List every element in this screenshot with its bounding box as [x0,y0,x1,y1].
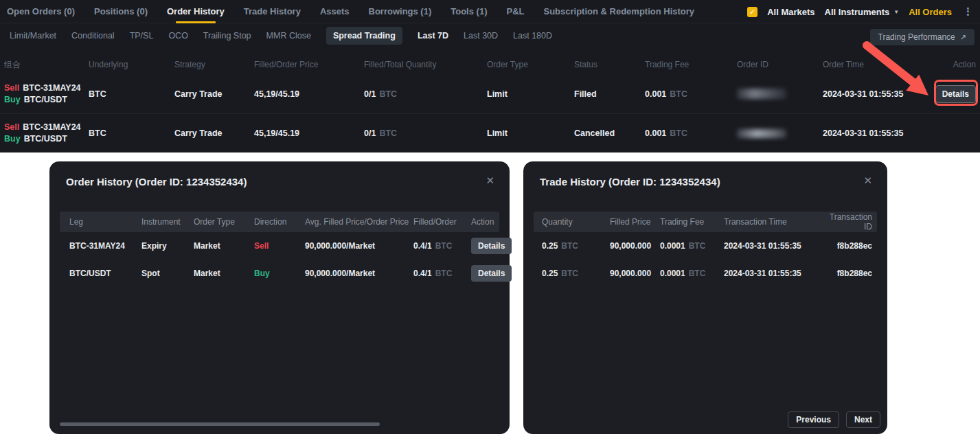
order-row-2: SellBTC-31MAY24 BuyBTC/USDT BTC Carry Tr… [0,113,980,152]
filter-conditional[interactable]: Conditional [71,31,115,41]
filter-last-180d[interactable]: Last 180D [513,31,552,41]
col-leg: Leg [69,217,141,227]
col-avg-filled-price: Avg. Filled Price/Order Price [305,217,413,227]
price-cell: 45,19/45.19 [254,128,364,138]
col-direction: Direction [254,217,305,227]
filter-last-7d[interactable]: Last 7D [418,31,448,41]
col-action: Action [926,60,976,69]
underlying-cell: BTC [89,128,174,138]
quantity-unit: BTC [379,128,397,138]
order-id-cell [737,89,823,99]
order-row-1: SellBTC-31MAY24 BuyBTC/USDT BTC Carry Tr… [0,74,980,113]
underlying-cell: BTC [89,89,174,99]
fee-unit: BTC [689,269,706,278]
filled-cell: 0.4/1BTC [413,241,471,251]
fee-cell: 0.0001BTC [660,241,724,251]
sell-side-label: Sell [4,122,19,132]
order-time-cell: 2024-03-31 01:55:35 [823,89,926,99]
order-modal-table-header: Leg Instrument Order Type Direction Avg.… [60,212,499,232]
buy-side-label: Buy [4,134,21,144]
fee-unit: BTC [670,128,687,138]
tab-order-history[interactable]: Order History [167,0,225,23]
trading-performance-label: Trading Performance [878,32,955,42]
action-cell: Details [471,265,512,282]
redacted-order-id [737,89,786,99]
strategy-cell: Carry Trade [174,128,254,138]
quantity-cell: 0/1BTC [364,89,487,99]
strategy-cell: Carry Trade [174,89,254,99]
col-underlying: Underlying [89,60,174,69]
instrument-cell: Spot [141,269,194,278]
tab-subscription-redemption-history[interactable]: Subscription & Redemption History [543,0,694,23]
tab-tools[interactable]: Tools (1) [451,0,487,23]
col-action: Action [471,217,494,227]
filter-last-30d[interactable]: Last 30D [464,31,498,41]
status-cell: Filled [574,89,645,99]
direction-cell: Sell [254,241,301,251]
screen: Open Orders (0) Positions (0) Order Hist… [0,0,980,441]
col-order-id: Order ID [737,60,823,69]
trade-modal-row-2: 0.25BTC 90,000.000 0.0001BTC 2024-03-31 … [534,260,877,287]
quantity-cell: 0.25BTC [542,241,610,251]
filter-trailing-stop[interactable]: Trailing Stop [203,31,251,41]
avg-price-cell: 90,000.000/Market [305,269,413,278]
more-menu-icon[interactable]: ⋮ [961,5,975,18]
fee-cell: 0.001BTC [645,128,737,138]
all-orders-link[interactable]: All Orders [909,7,952,17]
tab-borrowings[interactable]: Borrowings (1) [369,0,432,23]
status-cell: Cancelled [574,128,645,138]
col-transaction-id: Transaction ID [824,212,872,231]
all-instruments-dropdown[interactable]: All Instruments [825,7,890,17]
fee-unit: BTC [670,89,687,99]
horizontal-scrollbar-thumb[interactable] [60,422,380,426]
transaction-time-cell: 2024-03-31 01:55:35 [724,241,824,251]
filter-oco[interactable]: OCO [168,31,187,41]
transaction-id-cell: f8b288ec [824,269,872,278]
col-order-time: Order Time [823,60,926,69]
col-filled-order: Filled/Order [413,217,471,227]
col-trading-fee: Trading Fee [645,60,737,69]
filter-limit-market[interactable]: Limit/Market [10,31,56,41]
quantity-cell: 0.25BTC [542,269,610,278]
quantity-unit: BTC [379,89,397,99]
col-strategy: Strategy [174,60,254,69]
price-cell: 45,19/45.19 [254,89,364,99]
checkmark-icon: ✓ [749,8,755,16]
col-filled-price: Filled Price [610,217,660,227]
order-modal-row-2: BTC/USDT Spot Market Buy 90,000.000/Mark… [60,260,499,287]
previous-button[interactable]: Previous [788,411,839,428]
tab-positions[interactable]: Positions (0) [94,0,148,23]
tab-trade-history[interactable]: Trade History [244,0,301,23]
details-button[interactable]: Details [471,238,512,254]
close-icon[interactable]: ✕ [486,174,494,187]
avg-price-cell: 90,000.000/Market [305,241,413,251]
next-button[interactable]: Next [846,411,880,428]
all-markets-checkbox[interactable]: ✓ [747,7,757,17]
filled-cell: 0.4/1BTC [413,269,471,278]
col-filled-order-price: Filled/Order Price [254,60,364,69]
col-quantity: Quantity [542,217,610,227]
sell-instrument: BTC-31MAY24 [23,83,80,93]
trading-performance-button[interactable]: Trading Performance ↗ [870,29,975,45]
buy-side-label: Buy [4,95,21,104]
order-type-cell: Market [194,241,254,251]
fee-cell: 0.0001BTC [660,269,724,278]
tab-open-orders[interactable]: Open Orders (0) [7,0,75,23]
col-combination: 组合 [4,59,89,71]
tab-pnl[interactable]: P&L [506,0,524,23]
order-type-cell: Limit [487,128,574,138]
col-filled-total-quantity: Filled/Total Quantity [364,60,487,69]
action-cell: Details [471,238,512,254]
orders-panel: Open Orders (0) Positions (0) Order Hist… [0,0,980,152]
filled-unit: BTC [435,241,453,251]
tab-assets[interactable]: Assets [320,0,350,23]
col-order-type: Order Type [194,217,254,227]
close-icon[interactable]: ✕ [863,174,872,187]
filter-tpsl[interactable]: TP/SL [130,31,154,41]
filter-mmr-close[interactable]: MMR Close [266,31,311,41]
external-link-icon: ↗ [960,33,966,42]
details-button[interactable]: Details [935,85,976,103]
filter-spread-trading[interactable]: Spread Trading [326,27,402,45]
details-button[interactable]: Details [471,265,512,282]
transaction-time-cell: 2024-03-31 01:55:35 [724,269,824,278]
